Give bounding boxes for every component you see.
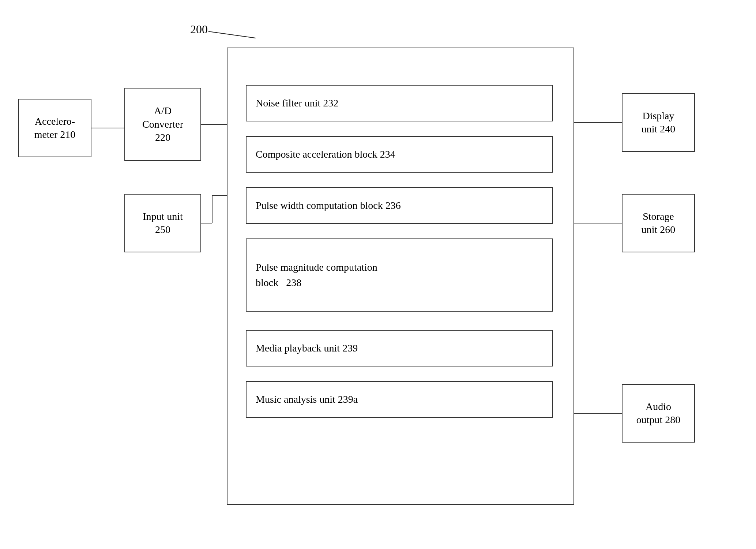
music-analysis-label: Music analysis unit 239a [256,393,358,406]
pulse-width-label: Pulse width computation block 236 [256,199,401,212]
pulse-width-block: Pulse width computation block 236 [246,187,553,224]
music-analysis-block: Music analysis unit 239a [246,381,553,418]
ad-converter-box: A/DConverter220 [124,88,201,161]
diagram-label-200: 200 [190,23,208,36]
pulse-magnitude-block: Pulse magnitude computationblock 238 [246,238,553,312]
pulse-magnitude-label: Pulse magnitude computationblock 238 [256,260,377,290]
noise-filter-block: Noise filter unit 232 [246,85,553,121]
ad-converter-label: A/DConverter220 [142,104,183,144]
input-unit-label: Input unit250 [143,210,183,237]
storage-unit-label: Storageunit 260 [642,210,676,237]
diagram-container: 200 Accelero-meter 210 A/DConverter220 I… [0,0,756,549]
composite-acceleration-block: Composite acceleration block 234 [246,136,553,173]
accelerometer-box: Accelero-meter 210 [18,99,91,157]
media-playback-label: Media playback unit 239 [256,342,358,355]
diagram-label-line [208,31,256,38]
main-processing-box: Noise filter unit 232 Composite accelera… [227,48,574,505]
noise-filter-label: Noise filter unit 232 [256,97,338,110]
display-unit-box: Displayunit 240 [622,93,695,152]
accelerometer-label: Accelero-meter 210 [34,115,76,142]
audio-output-box: Audiooutput 280 [622,384,695,443]
audio-output-label: Audiooutput 280 [636,400,681,427]
media-playback-block: Media playback unit 239 [246,330,553,366]
composite-acceleration-label: Composite acceleration block 234 [256,148,395,161]
input-unit-box: Input unit250 [124,194,201,252]
storage-unit-box: Storageunit 260 [622,194,695,252]
display-unit-label: Displayunit 240 [642,109,676,136]
